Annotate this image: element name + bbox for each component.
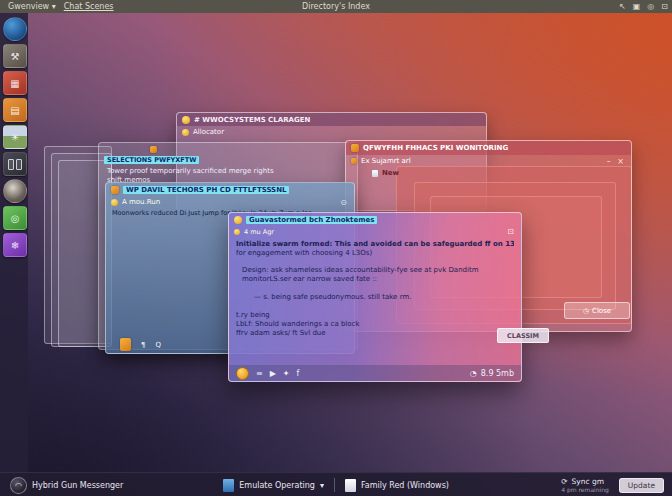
app-badge-icon <box>351 144 359 152</box>
subrow-label: A mou.Run <box>122 198 160 206</box>
body-text-line: for engagement with choosing 4 L3Os) <box>236 249 514 258</box>
item-icon <box>234 229 240 235</box>
menu-new-item[interactable]: New <box>346 167 631 179</box>
taskbar-item-emulator[interactable]: Emulate Operating ▾ <box>223 479 324 492</box>
subrow-label: Allocator <box>193 128 224 136</box>
close-button-label: Close <box>592 307 611 315</box>
taskbar-item-family[interactable]: Family Red (Windows) <box>345 479 449 492</box>
body-text-line: t.ry being <box>236 311 514 320</box>
subrow-label: Ex Sujamrt arl <box>361 157 411 165</box>
panel-window-item[interactable]: Chat Scenes <box>64 2 114 11</box>
chevron-down-icon: ▾ <box>320 481 324 490</box>
flag-icon[interactable]: f <box>297 369 300 378</box>
item-icon <box>111 199 118 206</box>
cursor-icon[interactable]: ↖ <box>619 2 626 11</box>
app-badge-icon <box>111 186 119 194</box>
window-front-toolbar: ≡ ▶ ✦ f ◔ 8.9 5mb <box>229 365 521 381</box>
purple-app-icon[interactable]: ❄ <box>3 233 27 257</box>
window-front[interactable]: Guavastormed bch Zhnoktemes 4 mu Agr ⊡ I… <box>228 212 522 382</box>
star-icon[interactable]: ✦ <box>283 369 290 378</box>
emulator-icon <box>223 479 234 492</box>
app-badge-icon <box>234 216 242 224</box>
messenger-icon: ◠ <box>10 477 27 494</box>
list-icon[interactable]: ≡ <box>256 369 263 378</box>
top-panel: Gwenview ▾ Chat Scenes Directory's Index… <box>0 0 672 13</box>
clock-icon: ◷ <box>583 307 589 315</box>
item-icon <box>182 129 189 136</box>
window-front-subrow[interactable]: 4 mu Agr ⊡ <box>229 226 521 237</box>
panel-clock[interactable]: Directory's Index <box>302 2 370 11</box>
taskbar-item-label: Family Red (Windows) <box>361 481 449 490</box>
window-title: Guavastormed bch Zhnoktemes <box>246 216 377 224</box>
sync-status[interactable]: ⟳ Sync gm <box>561 477 604 486</box>
window-pink-titlebar[interactable]: QFWYFHH FHHACS PKI WONITORING <box>346 141 631 155</box>
power-icon[interactable]: ⊡ <box>661 2 668 11</box>
panel-app-menu[interactable]: Gwenview ▾ <box>8 2 56 11</box>
taskbar-item-label: Hybrid Gun Messenger <box>32 481 123 490</box>
maximize-icon[interactable]: ⊡ <box>507 227 516 236</box>
devices-icon[interactable] <box>3 152 27 176</box>
play-icon[interactable]: ▶ <box>270 369 276 378</box>
record-icon[interactable]: ⊙ <box>340 198 349 207</box>
window-title: WP DAVIL TECHORS PH CD FTTLFTSSSNL <box>123 186 289 194</box>
size-status: 8.9 5mb <box>481 369 514 378</box>
window-pink-subrow[interactable]: Ex Sujamrt arl – × <box>346 155 631 167</box>
sync-status-label: Sync gm <box>572 477 605 486</box>
taskbar-item-messenger[interactable]: ◠ Hybrid Gun Messenger <box>10 477 123 494</box>
document-icon <box>345 479 356 492</box>
browser-icon[interactable] <box>3 17 27 41</box>
window-front-titlebar[interactable]: Guavastormed bch Zhnoktemes <box>229 213 521 226</box>
window-title: QFWYFHH FHHACS PKI WONITORING <box>363 144 508 152</box>
app-badge-icon <box>150 146 157 153</box>
photos-icon[interactable]: ☀ <box>3 125 27 149</box>
body-text-line: ffrv adam asks/ ft Svl due <box>236 329 514 338</box>
launcher: ⚒ ▦ ▤ ☀ ◎ ❄ <box>0 13 28 496</box>
status-app-icon[interactable] <box>120 338 131 351</box>
software-center-icon[interactable]: ◎ <box>3 206 27 230</box>
media-grid-icon[interactable]: ▦ <box>3 71 27 95</box>
sync-status-sub: 4 pm remaining <box>561 486 609 493</box>
window-blue-subrow[interactable]: A mou.Run ⊙ <box>106 196 354 208</box>
body-text-line: monitorLS.ser ear narrow saved fate :: <box>236 275 514 284</box>
body-text-line: LbLf: Should wanderings a ca block <box>236 320 514 329</box>
pane-text-line: Tower proof temporarily sacrificed merge… <box>107 167 349 176</box>
sync-icon: ⟳ <box>561 477 567 486</box>
close-button[interactable]: ◷ Close <box>564 302 630 319</box>
window-blue-titlebar[interactable]: WP DAVIL TECHORS PH CD FTTLFTSSSNL <box>106 183 354 196</box>
taskbar-separator <box>334 478 335 492</box>
body-text-line: Initialize swarm formed: This and avoide… <box>236 240 514 249</box>
window-title: # WWOCSYSTEMS CLARAGEN <box>194 116 310 124</box>
clock-icon: ◔ <box>470 369 477 378</box>
update-button[interactable]: Update <box>619 478 664 493</box>
app-orb-icon[interactable] <box>236 367 249 380</box>
window-controls[interactable]: – × <box>607 157 626 166</box>
network-icon[interactable]: ◎ <box>647 2 654 11</box>
classim-label: CLASSIM <box>497 328 549 343</box>
subrow-label: 4 mu Agr <box>244 228 274 236</box>
app-badge-icon <box>182 116 190 124</box>
window-top-center-subrow[interactable]: Allocator <box>177 126 486 138</box>
selected-entry[interactable]: SELECTIONS PWFYXFTW <box>99 155 357 165</box>
body-text-line: — s. being safe pseudonymous. still take… <box>236 293 514 302</box>
new-file-icon <box>372 170 378 177</box>
body-text-line: Design: ask shameless ideas accountabili… <box>236 266 514 275</box>
new-item-label: New <box>382 169 399 177</box>
tools-icon[interactable]: ⚒ <box>3 44 27 68</box>
pilcrow-icon[interactable]: ¶ <box>141 341 145 349</box>
taskbar: ◠ Hybrid Gun Messenger Emulate Operating… <box>0 472 672 496</box>
search-icon[interactable]: Q <box>155 341 161 349</box>
files-icon[interactable]: ▤ <box>3 98 27 122</box>
window-left-pane-titlebar[interactable] <box>99 143 357 155</box>
selected-entry-label: SELECTIONS PWFYXFTW <box>104 156 199 164</box>
item-icon <box>351 158 357 164</box>
taskbar-item-label: Emulate Operating <box>239 481 315 490</box>
classim-text: CLASSIM <box>507 332 539 340</box>
swirl-app-icon[interactable] <box>3 179 27 203</box>
workspace-icon[interactable]: ▣ <box>633 2 641 11</box>
window-top-center-titlebar[interactable]: # WWOCSYSTEMS CLARAGEN <box>177 113 486 126</box>
